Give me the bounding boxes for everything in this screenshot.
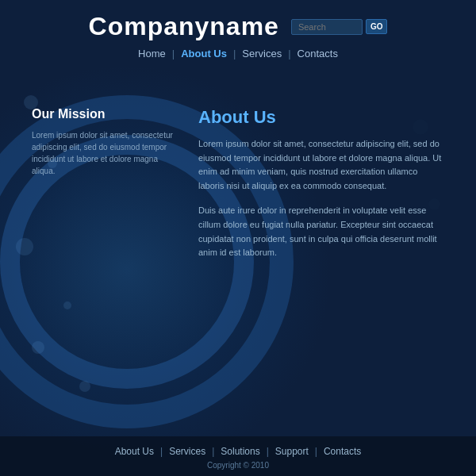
about-us-heading: About Us — [198, 107, 444, 128]
main-nav: Home | About Us | Services | Contacts — [138, 48, 338, 60]
footer-link-services[interactable]: Services — [169, 446, 205, 457]
search-input[interactable] — [291, 19, 363, 35]
nav-sep-3: | — [288, 48, 290, 60]
search-button[interactable]: GO — [366, 19, 388, 34]
mission-text: Lorem ipsum dolor sit amet, consectetur … — [32, 129, 175, 177]
header-top: Companyname GO — [16, 12, 460, 41]
mission-title: Our Mission — [32, 107, 175, 121]
footer-link-support[interactable]: Support — [275, 446, 309, 457]
main-content: Our Mission Lorem ipsum dolor sit amet, … — [0, 75, 476, 287]
footer-link-solutions[interactable]: Solutions — [221, 446, 259, 457]
nav-sep-2: | — [233, 48, 236, 60]
site-title: Companyname — [89, 12, 279, 41]
footer-sep-4: | — [315, 446, 317, 457]
nav-home[interactable]: Home — [138, 48, 166, 60]
bokeh-dot — [79, 381, 90, 392]
search-box: GO — [291, 19, 388, 35]
about-paragraph-2: Duis aute irure dolor in reprehenderit i… — [198, 204, 444, 259]
bokeh-dot — [32, 341, 44, 354]
bokeh-dot — [63, 301, 71, 309]
about-paragraph-1: Lorem ipsum dolor sit amet, consectetur … — [198, 137, 444, 193]
footer-link-contacts[interactable]: Contacts — [324, 446, 361, 457]
footer-sep-3: | — [267, 446, 269, 457]
footer-link-about[interactable]: About Us — [115, 446, 154, 457]
footer-sep-2: | — [212, 446, 214, 457]
nav-contacts[interactable]: Contacts — [298, 48, 338, 60]
header: Companyname GO Home | About Us | Service… — [0, 0, 476, 60]
footer-sep-1: | — [160, 446, 163, 457]
nav-services[interactable]: Services — [242, 48, 282, 60]
right-column: About Us Lorem ipsum dolor sit amet, con… — [198, 107, 444, 271]
footer-nav: About Us | Services | Solutions | Suppor… — [16, 446, 460, 457]
copyright: Copyright © 2010 — [16, 461, 460, 470]
nav-about[interactable]: About Us — [181, 48, 227, 60]
left-column: Our Mission Lorem ipsum dolor sit amet, … — [32, 107, 175, 271]
nav-sep-1: | — [172, 48, 175, 60]
footer: About Us | Services | Solutions | Suppor… — [0, 436, 476, 476]
